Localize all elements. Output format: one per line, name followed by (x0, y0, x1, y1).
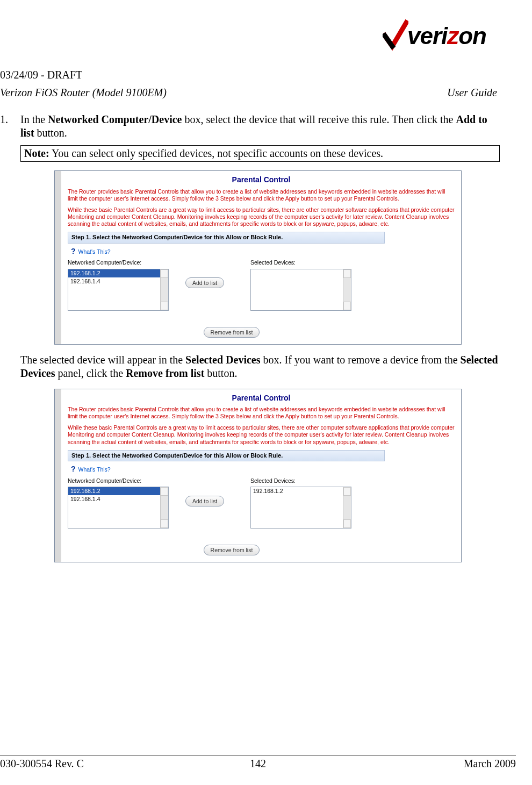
guide-label: User Guide (447, 87, 497, 99)
note-box: Note: You can select only specified devi… (20, 145, 500, 162)
add-to-list-button[interactable]: Add to list (185, 277, 224, 288)
networked-device-listbox[interactable]: 192.168.1.2 192.168.1.4 (68, 487, 169, 529)
panel-title: Parental Control (68, 394, 455, 403)
networked-device-listbox[interactable]: 192.168.1.2 192.168.1.4 (68, 269, 169, 311)
brand-text: verizon (407, 23, 486, 49)
step-text: In the Networked Computer/Device box, se… (20, 113, 516, 140)
page-footer: 030-300554 Rev. C 142 March 2009 (0, 755, 516, 770)
subheader: Verizon FiOS Router (Model 9100EM) User … (0, 87, 516, 99)
scrollbar[interactable] (160, 269, 168, 310)
scrollbar[interactable] (343, 269, 351, 310)
page-number: 142 (250, 758, 266, 770)
model-line: Verizon FiOS Router (Model 9100EM) (0, 87, 167, 98)
screenshot-1: Parental Control The Router provides bas… (54, 170, 462, 345)
draft-line: 03/24/09 - DRAFT (0, 59, 516, 81)
networked-label: Networked Computer/Device: (68, 477, 170, 484)
selected-devices-listbox[interactable] (250, 269, 351, 311)
question-icon: ? (71, 465, 76, 473)
step-number: 1. (0, 113, 20, 140)
list-item[interactable]: 192.168.1.2 (251, 487, 351, 495)
panel-desc-1: The Router provides basic Parental Contr… (68, 406, 455, 420)
list-item[interactable]: 192.168.1.4 (68, 495, 168, 503)
networked-label: Networked Computer/Device: (68, 259, 170, 266)
remove-from-list-button[interactable]: Remove from list (204, 327, 260, 338)
scrollbar[interactable] (160, 487, 168, 528)
list-item[interactable]: 192.168.1.2 (68, 487, 168, 495)
panel-desc-2: While these basic Parental Controls are … (68, 206, 455, 227)
mid-paragraph: The selected device will appear in the S… (20, 353, 500, 380)
remove-from-list-button[interactable]: Remove from list (204, 545, 260, 555)
scrollbar[interactable] (343, 487, 351, 528)
document-page: verizon 03/24/09 - DRAFT Verizon FiOS Ro… (0, 0, 532, 785)
list-item[interactable]: 192.168.1.2 (68, 269, 168, 277)
question-icon: ? (71, 247, 76, 255)
panel-title: Parental Control (68, 175, 455, 185)
selected-label: Selected Devices: (250, 259, 353, 266)
step-bar: Step 1. Select the Networked Computer/De… (68, 450, 385, 462)
whats-this-link[interactable]: ? What's This? (71, 247, 455, 256)
panel-desc-1: The Router provides basic Parental Contr… (68, 188, 455, 202)
step-1: 1. In the Networked Computer/Device box,… (0, 113, 516, 140)
doc-id: 030-300554 Rev. C (0, 758, 84, 769)
verizon-logo: verizon (383, 16, 486, 59)
add-to-list-button[interactable]: Add to list (185, 496, 224, 506)
whats-this-link[interactable]: ? What's This? (71, 465, 455, 474)
check-icon (383, 19, 408, 53)
footer-date: March 2009 (464, 758, 516, 770)
screenshot-2: Parental Control The Router provides bas… (54, 389, 462, 563)
logo-area: verizon (0, 11, 516, 59)
selected-devices-listbox[interactable]: 192.168.1.2 (250, 487, 351, 529)
body-content: 1. In the Networked Computer/Device box,… (0, 99, 516, 562)
panel-desc-2: While these basic Parental Controls are … (68, 424, 455, 445)
step-bar: Step 1. Select the Networked Computer/De… (68, 232, 385, 244)
list-item[interactable]: 192.168.1.4 (68, 277, 168, 286)
selected-label: Selected Devices: (250, 477, 353, 484)
